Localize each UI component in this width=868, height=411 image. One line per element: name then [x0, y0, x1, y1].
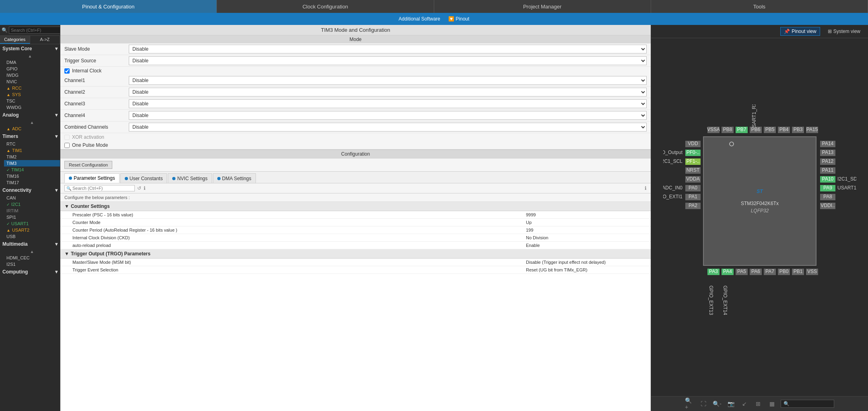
sidebar-item-tim14[interactable]: ✓TIM14 [4, 166, 60, 173]
param-row-ckd: Internal Clock Division (CKD) No Divisio… [60, 234, 651, 242]
sidebar-item-tim17[interactable]: TIM17 [4, 179, 60, 186]
trigger-source-select[interactable]: Disable [129, 56, 647, 65]
sidebar-item-tim1[interactable]: ▲TIM1 [4, 147, 60, 154]
sidebar-item-iwdg[interactable]: IWDG [4, 72, 60, 78]
sidebar-item-usb[interactable]: USB [4, 233, 60, 240]
analog-label: Analog [2, 112, 19, 118]
toolbar-search-input[interactable] [791, 401, 831, 406]
tab-dot-nvic [172, 177, 175, 180]
section-system-core[interactable]: System Core ▾ [0, 44, 60, 53]
export-icon[interactable]: ↙ [740, 399, 749, 409]
param-msm-name: Master/Slave Mode (MSM bit) [72, 260, 526, 265]
info-icon[interactable]: ℹ [144, 185, 146, 191]
label-i2c1-sda: I2C1_SDA [837, 176, 856, 182]
channel1-select[interactable]: Disable [129, 76, 647, 85]
zoom-in-icon[interactable]: 🔍+ [685, 399, 695, 409]
pin-pb6-label: PB6 [751, 127, 760, 132]
reset-config-button[interactable]: Reset Configuration [64, 161, 112, 169]
section-computing[interactable]: Computing ▾ [0, 267, 60, 276]
combined-channels-select[interactable]: Disable [129, 123, 647, 132]
sidebar-item-i2s1[interactable]: I2S1 [4, 261, 60, 267]
sidebar-item-tsc[interactable]: TSC [4, 98, 60, 104]
tab-dma-settings[interactable]: DMA Settings [213, 173, 256, 183]
sidebar-item-dma[interactable]: DMA [4, 59, 60, 66]
section-timers[interactable]: Timers ▾ [0, 132, 60, 141]
pinout-link[interactable]: 🔽 Pinout [448, 16, 469, 22]
pin-pb4-label: PB4 [779, 127, 788, 132]
scroll-up-arrow2[interactable]: ▲ [4, 119, 60, 125]
channel3-select[interactable]: Disable [129, 99, 647, 108]
zoom-out-icon[interactable]: 🔍- [712, 399, 722, 409]
channel2-select[interactable]: Disable [129, 88, 647, 97]
tab-label-dma: DMA Settings [222, 176, 252, 181]
computing-chevron: ▾ [55, 269, 58, 275]
sidebar-item-usart1[interactable]: ✓USART1 [4, 220, 60, 227]
analog-items: ▲ ▲ADC [0, 119, 60, 132]
scroll-up-arrow3[interactable]: ▲ [4, 249, 60, 255]
sidebar-item-tim2[interactable]: TIM2 [4, 154, 60, 160]
fit-screen-icon[interactable]: ⛶ [699, 399, 708, 409]
pinout-view-btn[interactable]: 📌 Pinout view [780, 27, 820, 36]
pin-pb5-label: PB5 [765, 127, 774, 132]
tab-project[interactable]: Project Manager [434, 0, 651, 13]
info-icon2[interactable]: ℹ [645, 185, 647, 191]
sidebar-item-tim3[interactable]: TIM3 [4, 160, 60, 166]
scroll-up-arrow[interactable]: ▲ [0, 53, 60, 59]
top-nav: Pinout & Configuration Clock Configurati… [0, 0, 868, 13]
grid-icon[interactable]: ⊞ [753, 399, 763, 409]
section-analog[interactable]: Analog ▾ [0, 111, 60, 119]
combined-channels-row: Combined Channels Disable [60, 121, 651, 133]
pin-pa7-label: PA7 [765, 269, 774, 274]
counter-settings-header[interactable]: ▼ Counter Settings [60, 202, 651, 211]
section-connectivity[interactable]: Connectivity ▾ [0, 186, 60, 195]
sidebar-item-gpio[interactable]: GPIO [4, 66, 60, 72]
sidebar-item-hdmi-cec[interactable]: HDMI_CEC [4, 255, 60, 261]
config-search-box: 🔍 [64, 185, 135, 191]
sidebar-item-irtim[interactable]: IRTIM [4, 208, 60, 214]
sidebar-item-spi1[interactable]: SPI1 [4, 214, 60, 220]
one-pulse-checkbox[interactable] [64, 143, 70, 148]
camera-icon[interactable]: 📷 [726, 399, 736, 409]
tab-user-constants[interactable]: User Constants [120, 173, 167, 183]
internal-clock-checkbox[interactable] [64, 68, 70, 74]
system-core-items: DMA GPIO IWDG NVIC ▲RCC ▲SYS TSC WWDG [0, 59, 60, 111]
sidebar-item-rcc[interactable]: ▲RCC [4, 85, 60, 91]
gpio-exti4-label: GPIO_EXT14 [722, 286, 728, 315]
xor-checkbox[interactable] [64, 135, 70, 140]
tab-az[interactable]: A->Z [30, 36, 60, 44]
slave-mode-select[interactable]: Disable [129, 45, 647, 53]
sidebar-item-rtc[interactable]: RTC [4, 141, 60, 147]
channel1-label: Channel1 [64, 78, 129, 83]
channel2-row: Channel2 Disable [60, 86, 651, 98]
channel4-select[interactable]: Disable [129, 111, 647, 120]
section-multimedia[interactable]: Multimedia ▾ [0, 240, 60, 249]
sidebar-item-usart2[interactable]: ▲USART2 [4, 227, 60, 233]
grid2-icon[interactable]: ▦ [767, 399, 777, 409]
channel3-row: Channel3 Disable [60, 98, 651, 110]
sidebar-item-i2c1[interactable]: ✓I2C1 [4, 201, 60, 208]
tab-pinout[interactable]: Pinout & Configuration [0, 0, 217, 13]
sidebar-item-tim16[interactable]: TIM16 [4, 173, 60, 179]
tab-parameter-settings[interactable]: Parameter Settings [64, 173, 120, 183]
system-view-btn[interactable]: ⊞ System view [824, 27, 864, 36]
tab-categories[interactable]: Categories [0, 36, 30, 44]
tab-nvic-settings[interactable]: NVIC Settings [168, 173, 212, 183]
chip-logo: ST [757, 189, 763, 194]
config-search-input[interactable] [72, 186, 133, 191]
sidebar-item-wwdg[interactable]: WWDG [4, 104, 60, 111]
sidebar-item-nvic[interactable]: NVIC [4, 78, 60, 85]
tab-tools[interactable]: Tools [651, 0, 868, 13]
label-adc-in0: ADC_IN0 [663, 185, 682, 191]
pin-pa14-label: PA14 [822, 141, 833, 146]
search-input[interactable] [9, 27, 60, 34]
trgo-header[interactable]: ▼ Trigger Output (TRGO) Parameters [60, 249, 651, 259]
tab-clock[interactable]: Clock Configuration [217, 0, 434, 13]
reset-icon[interactable]: ↺ [137, 185, 141, 191]
right-panel: 📌 Pinout view ⊞ System view USART1_RX VS… [651, 25, 868, 411]
pin-pb7-label: PB7 [737, 127, 746, 132]
sidebar-item-can[interactable]: CAN [4, 195, 60, 201]
sidebar-item-adc[interactable]: ▲ADC [4, 125, 60, 132]
sidebar-item-sys[interactable]: ▲SYS [4, 91, 60, 98]
xor-row: XOR activation [60, 133, 651, 141]
trgo-label: Trigger Output (TRGO) Parameters [71, 251, 151, 257]
